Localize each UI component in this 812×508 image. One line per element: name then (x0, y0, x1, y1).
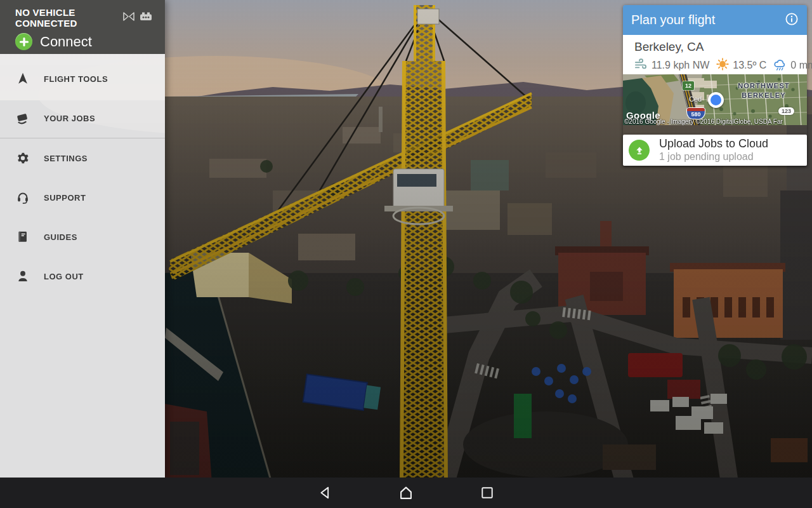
connect-label: Connect (40, 34, 92, 50)
sidebar-item-guides[interactable]: GUIDES (0, 217, 165, 257)
sidebar-item-label: FLIGHT TOOLS (44, 74, 108, 84)
sidebar-item-label: SETTINGS (44, 154, 88, 163)
map-street-label: Ced (689, 95, 702, 103)
connection-header: NO VEHICLE CONNECTED Connect (0, 0, 165, 54)
person-icon (15, 269, 31, 283)
sidebar-item-flight-tools[interactable]: FLIGHT TOOLS (0, 59, 165, 98)
sidebar-item-label: GUIDES (44, 232, 77, 242)
plan-card-title: Plan your flight (631, 13, 785, 27)
sidebar-item-label: YOUR JOBS (44, 114, 95, 123)
vehicle-link-icon (123, 11, 134, 24)
current-location-dot (708, 92, 724, 108)
upload-jobs-card[interactable]: Upload Jobs to Cloud 1 job pending uploa… (623, 135, 807, 166)
route-12-badge: 12 (683, 81, 694, 90)
app-sidebar: NO VEHICLE CONNECTED Connect (0, 0, 165, 478)
location-label: Berkeley, CA (634, 40, 807, 54)
upload-title: Upload Jobs to Cloud (659, 137, 768, 150)
jobs-card-icon (15, 111, 31, 125)
home-button[interactable] (397, 484, 415, 502)
plus-icon (15, 33, 32, 50)
route-580-shield: 580 (687, 108, 705, 119)
route-123-badge: 123 (778, 107, 794, 115)
sidebar-menu: FLIGHT TOOLS YOUR JOBS SETTINGS (0, 54, 165, 296)
map-area-label: NORTHWEST BERKELEY (732, 81, 796, 100)
temperature-value: 13.5º C (733, 60, 766, 71)
upload-subtitle: 1 job pending upload (659, 151, 768, 163)
info-icon[interactable] (785, 12, 799, 29)
sun-icon (716, 57, 730, 74)
plan-card-header: Plan your flight (623, 5, 807, 35)
sidebar-item-settings[interactable]: SETTINGS (0, 138, 165, 178)
map-attribution: ©2016 Google - Imagery ©2016 DigitalGlob… (623, 118, 807, 125)
gear-icon (15, 151, 31, 165)
upload-cloud-icon (629, 140, 650, 161)
sidebar-item-support[interactable]: SUPPORT (0, 178, 165, 217)
map-preview[interactable]: Ced 12 580 123 NORTHWEST BERKELEY Google… (623, 74, 807, 125)
weather-section: Berkeley, CA 11.9 kph NW 13.5º C (623, 35, 807, 74)
connection-status: NO VEHICLE CONNECTED (15, 7, 123, 29)
sidebar-item-log-out[interactable]: LOG OUT (0, 257, 165, 296)
precipitation-value: 0 mm (790, 60, 812, 71)
recents-button[interactable] (478, 484, 496, 502)
rain-cloud-icon (773, 58, 787, 74)
book-icon (15, 230, 31, 244)
wind-icon (634, 58, 648, 73)
controller-icon (140, 11, 152, 24)
connect-button[interactable]: Connect (15, 33, 157, 50)
headset-icon (15, 190, 31, 204)
wind-value: 11.9 kph NW (652, 60, 709, 71)
android-nav-bar (0, 478, 812, 508)
sidebar-item-label: SUPPORT (44, 193, 86, 203)
navigation-arrow-icon (15, 72, 31, 86)
back-button[interactable] (316, 484, 334, 502)
plan-flight-card: Plan your flight Berkeley, CA 11.9 kph N… (623, 5, 807, 166)
sidebar-item-label: LOG OUT (44, 272, 84, 281)
sidebar-item-your-jobs[interactable]: YOUR JOBS (0, 98, 165, 138)
